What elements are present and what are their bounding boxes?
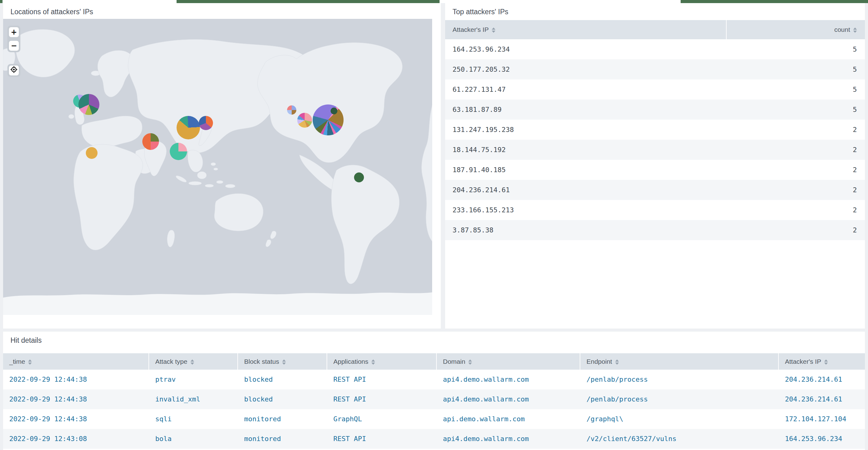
map-pie-marker[interactable] bbox=[313, 105, 344, 135]
table-row[interactable]: 18.144.75.1922 bbox=[445, 140, 865, 160]
column-header-block-status[interactable]: Block status bbox=[238, 353, 327, 370]
cell-link[interactable]: api4.demo.wallarm.com bbox=[437, 370, 580, 389]
column-header-attacker-s-ip[interactable]: Attacker's IP bbox=[779, 353, 865, 370]
column-header-attack-type[interactable]: Attack type bbox=[149, 353, 237, 370]
sort-icon bbox=[190, 360, 194, 365]
column-header--time[interactable]: _time bbox=[3, 353, 149, 370]
table-row[interactable]: 233.166.155.2132 bbox=[445, 200, 865, 220]
table-row[interactable]: 2022-09-29 12:44:38ptravblockedREST APIa… bbox=[3, 370, 865, 389]
cell-link[interactable]: api4.demo.wallarm.com bbox=[437, 429, 580, 449]
attacker-ip-cell[interactable]: 63.181.87.89 bbox=[445, 100, 726, 120]
cell-link[interactable]: 164.253.96.234 bbox=[779, 429, 865, 449]
hit-details-header: _timeAttack typeBlock statusApplications… bbox=[3, 353, 865, 370]
map-pie-marker[interactable] bbox=[86, 147, 97, 159]
cell-link[interactable]: monitored bbox=[238, 429, 327, 449]
table-row[interactable]: 204.236.214.612 bbox=[445, 180, 865, 200]
cell-link[interactable]: blocked bbox=[238, 370, 327, 389]
map-pie-marker[interactable] bbox=[354, 172, 364, 182]
column-header-attacker-ip[interactable]: Attacker's IP bbox=[445, 20, 726, 39]
attacker-ip-cell[interactable]: 204.236.214.61 bbox=[445, 180, 726, 200]
top-ips-rows: 164.253.96.2345250.177.205.32561.227.131… bbox=[445, 39, 865, 240]
count-cell[interactable]: 2 bbox=[726, 120, 865, 140]
cell-link[interactable]: ptrav bbox=[149, 370, 237, 389]
cell-link[interactable]: api.demo.wallarm.com bbox=[437, 409, 580, 429]
map-pie-marker[interactable] bbox=[287, 105, 296, 115]
attacker-ip-cell[interactable]: 187.91.40.185 bbox=[445, 160, 726, 180]
attacker-ip-cell[interactable]: 250.177.205.32 bbox=[445, 59, 726, 79]
column-header-label: Block status bbox=[244, 358, 279, 365]
count-cell[interactable]: 2 bbox=[726, 160, 865, 180]
map-pie-marker[interactable] bbox=[170, 143, 187, 160]
cell-link[interactable]: REST API bbox=[327, 429, 436, 449]
cell-link[interactable]: REST API bbox=[327, 389, 436, 409]
table-row[interactable]: 250.177.205.325 bbox=[445, 59, 865, 79]
attacker-ip-cell[interactable]: 18.144.75.192 bbox=[445, 140, 726, 160]
column-header-label: Applications bbox=[333, 358, 368, 365]
count-cell[interactable]: 2 bbox=[726, 220, 865, 240]
map-pie-marker[interactable] bbox=[142, 133, 159, 150]
map-pie-marker[interactable] bbox=[331, 108, 337, 114]
zoom-out-button[interactable]: − bbox=[9, 41, 19, 51]
cell-link[interactable]: invalid_xml bbox=[149, 389, 237, 409]
map-canvas[interactable]: + − bbox=[3, 19, 432, 315]
count-cell[interactable]: 2 bbox=[726, 180, 865, 200]
table-row[interactable]: 187.91.40.1852 bbox=[445, 160, 865, 180]
cell-link[interactable]: GraphQL bbox=[327, 409, 436, 429]
map-zoom-control: + − bbox=[7, 26, 20, 52]
cell-link[interactable]: REST API bbox=[327, 370, 436, 389]
cell-link[interactable]: /graphql\ bbox=[580, 409, 778, 429]
count-cell[interactable]: 5 bbox=[726, 39, 865, 59]
sort-icon bbox=[853, 28, 857, 33]
count-cell[interactable]: 2 bbox=[726, 140, 865, 160]
cell-link[interactable]: 204.236.214.61 bbox=[779, 370, 865, 389]
cell-link[interactable]: 2022-09-29 12:44:38 bbox=[3, 389, 149, 409]
attacker-ip-cell[interactable]: 233.166.155.213 bbox=[445, 200, 726, 220]
table-row[interactable]: 61.227.131.475 bbox=[445, 79, 865, 100]
cell-link[interactable]: /penlab/process bbox=[580, 389, 778, 409]
table-row[interactable]: 2022-09-29 12:43:08bolamonitoredREST API… bbox=[3, 429, 865, 449]
map-pie-marker[interactable] bbox=[199, 116, 213, 130]
table-row[interactable]: 131.247.195.2382 bbox=[445, 120, 865, 140]
count-cell[interactable]: 2 bbox=[726, 200, 865, 220]
column-header-label: Attack type bbox=[155, 358, 187, 365]
cell-link[interactable]: monitored bbox=[238, 409, 327, 429]
count-cell[interactable]: 5 bbox=[726, 79, 865, 100]
table-row[interactable]: 2022-09-29 12:44:38invalid_xmlblockedRES… bbox=[3, 389, 865, 409]
sort-icon bbox=[492, 28, 495, 33]
zoom-in-button[interactable]: + bbox=[9, 27, 19, 37]
cell-link[interactable]: bola bbox=[149, 429, 237, 449]
attacker-ip-cell[interactable]: 3.87.85.38 bbox=[445, 220, 726, 240]
cell-link[interactable]: api4.demo.wallarm.com bbox=[437, 389, 580, 409]
table-row[interactable]: 63.181.87.895 bbox=[445, 100, 865, 120]
map-pie-marker[interactable] bbox=[177, 116, 200, 139]
table-row[interactable]: 164.253.96.2345 bbox=[445, 39, 865, 59]
count-cell[interactable]: 5 bbox=[726, 59, 865, 79]
column-header-count[interactable]: count bbox=[726, 20, 865, 39]
cell-link[interactable]: blocked bbox=[238, 389, 327, 409]
table-row[interactable]: 2022-09-29 12:44:38sqlimonitoredGraphQLa… bbox=[3, 409, 865, 429]
count-cell[interactable]: 5 bbox=[726, 100, 865, 120]
column-header-domain[interactable]: Domain bbox=[437, 353, 580, 370]
cell-link[interactable]: /v2/client/63527/vulns bbox=[580, 429, 778, 449]
cell-link[interactable]: 2022-09-29 12:44:38 bbox=[3, 409, 149, 429]
attacker-ip-cell[interactable]: 61.227.131.47 bbox=[445, 79, 726, 100]
cell-link[interactable]: /penlab/process bbox=[580, 370, 778, 389]
column-header-endpoint[interactable]: Endpoint bbox=[580, 353, 778, 370]
top-ips-title: Top attackers' IPs bbox=[445, 3, 508, 19]
locate-button[interactable] bbox=[9, 65, 19, 76]
cell-link[interactable]: 172.104.127.104 bbox=[779, 409, 865, 429]
cell-link[interactable]: 2022-09-29 12:43:08 bbox=[3, 429, 149, 449]
column-header-applications[interactable]: Applications bbox=[327, 353, 436, 370]
attacker-ip-cell[interactable]: 131.247.195.238 bbox=[445, 120, 726, 140]
top-ips-header: Attacker's IP count bbox=[445, 20, 865, 39]
cell-link[interactable]: 204.236.214.61 bbox=[779, 389, 865, 409]
attacker-ip-cell[interactable]: 164.253.96.234 bbox=[445, 39, 726, 59]
map-pie-marker[interactable] bbox=[79, 94, 99, 115]
chart-edge-segment bbox=[0, 0, 2, 3]
cell-link[interactable]: sqli bbox=[149, 409, 237, 429]
sort-icon bbox=[28, 360, 32, 365]
table-row[interactable]: 3.87.85.382 bbox=[445, 220, 865, 240]
map-pie-marker[interactable] bbox=[297, 113, 312, 128]
cell-link[interactable]: 2022-09-29 12:44:38 bbox=[3, 370, 149, 389]
sort-icon bbox=[468, 360, 472, 365]
